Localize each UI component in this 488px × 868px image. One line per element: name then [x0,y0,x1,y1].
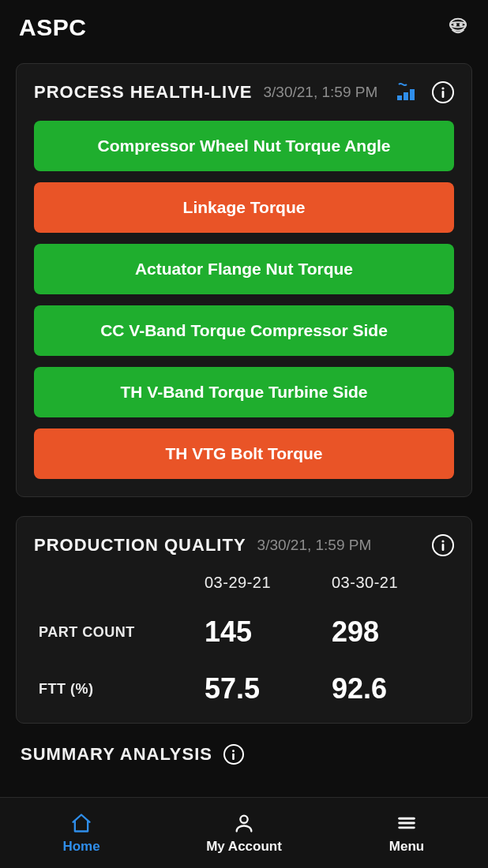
svg-point-11 [232,750,235,752]
app-root: ASPC PROCESS HEALTH-LIVE 3/30/21, 1:59 P… [0,0,488,868]
nav-account[interactable]: My Account [189,812,299,855]
info-icon[interactable] [223,744,244,765]
svg-point-2 [454,24,456,26]
production-quality-icons [432,534,454,556]
svg-point-9 [441,540,444,542]
content-scroll[interactable]: PROCESS HEALTH-LIVE 3/30/21, 1:59 PM [0,55,488,797]
table-row-label: PART COUNT [34,624,200,641]
svg-point-13 [240,815,247,822]
table-cell: 145 [205,615,327,649]
process-health-card: PROCESS HEALTH-LIVE 3/30/21, 1:59 PM [16,63,472,497]
svg-point-7 [441,87,444,89]
process-health-title: PROCESS HEALTH-LIVE [34,82,253,103]
svg-rect-8 [442,91,445,98]
info-icon[interactable] [432,81,454,103]
menu-icon [396,812,418,834]
process-health-header: PROCESS HEALTH-LIVE 3/30/21, 1:59 PM [34,81,454,103]
svg-rect-4 [397,95,402,100]
table-row-label: FTT (%) [34,681,200,698]
app-header: ASPC [0,0,488,55]
production-quality-header: PRODUCTION QUALITY 3/30/21, 1:59 PM [34,534,454,556]
process-item[interactable]: TH VTG Bolt Torque [34,428,454,479]
app-title: ASPC [19,14,86,41]
summary-analysis-title: SUMMARY ANALYSIS [21,744,212,765]
table-col-header: 03-29-21 [205,574,327,592]
bot-icon[interactable] [445,15,471,40]
table-cell: 298 [332,615,454,649]
factory-icon[interactable] [397,81,419,103]
table-cell: 57.5 [205,672,327,705]
table-cell: 92.6 [332,672,454,705]
production-quality-timestamp: 3/30/21, 1:59 PM [257,537,421,554]
info-icon[interactable] [432,534,454,556]
process-health-icons [397,81,454,103]
process-item[interactable]: TH V-Band Torque Turbine Side [34,367,454,417]
process-item[interactable]: CC V-Band Torque Compressor Side [34,305,454,356]
nav-menu[interactable]: Menu [351,812,462,855]
home-icon [70,812,92,834]
nav-label: My Account [206,839,282,855]
svg-rect-12 [233,753,235,759]
account-icon [233,812,255,834]
svg-rect-10 [442,544,445,551]
table-col-header: 03-30-21 [332,574,454,592]
process-health-timestamp: 3/30/21, 1:59 PM [264,84,386,101]
process-item[interactable]: Linkage Torque [34,182,454,233]
production-quality-card: PRODUCTION QUALITY 3/30/21, 1:59 PM 03-2… [16,516,472,724]
production-quality-title: PRODUCTION QUALITY [34,535,246,556]
svg-point-1 [450,22,466,27]
production-quality-table: 03-29-21 03-30-21 PART COUNT 145 298 FTT… [34,574,454,705]
summary-analysis-header: SUMMARY ANALYSIS [16,743,472,765]
bottom-nav: Home My Account Menu [0,797,488,868]
process-item[interactable]: Compressor Wheel Nut Torque Angle [34,121,454,171]
nav-label: Home [62,839,99,855]
nav-label: Menu [389,839,424,855]
nav-home[interactable]: Home [26,812,137,855]
svg-point-3 [460,24,463,26]
process-item[interactable]: Actuator Flange Nut Torque [34,244,454,294]
svg-point-0 [450,19,466,31]
svg-rect-6 [410,89,415,100]
process-list: Compressor Wheel Nut Torque Angle Linkag… [34,121,454,479]
svg-rect-5 [404,92,408,100]
